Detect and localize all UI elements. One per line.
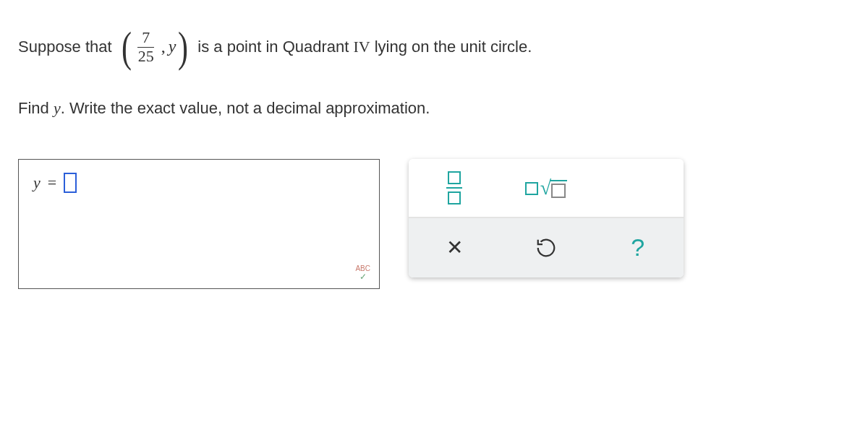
sqrt-tool[interactable]: √ — [501, 159, 592, 217]
y-variable: y — [169, 31, 176, 62]
close-icon: ✕ — [446, 236, 463, 259]
text-suffix-b: lying on the unit circle. — [375, 33, 532, 61]
problem-line-1: Suppose that ( 7 25 , y ) is a point in … — [18, 22, 850, 72]
reset-icon — [535, 237, 557, 259]
tool-row-actions: ✕ ? — [409, 218, 684, 277]
answer-input[interactable] — [64, 173, 77, 193]
paren-right-icon: ) — [178, 25, 188, 69]
fraction-tool[interactable] — [409, 159, 501, 217]
reset-button[interactable] — [501, 218, 592, 277]
answer-box[interactable]: y = ABC ✓ — [18, 159, 380, 289]
answer-lhs: y — [33, 173, 41, 192]
paren-content: 7 25 , y — [134, 29, 176, 64]
tool-row-templates: √ — [409, 159, 684, 218]
fraction-icon — [446, 171, 462, 204]
paren-left-icon: ( — [122, 25, 132, 69]
check-icon: ✓ — [355, 272, 370, 282]
spellcheck-indicator[interactable]: ABC ✓ — [355, 264, 370, 282]
work-area: y = ABC ✓ √ — [18, 159, 850, 289]
comma: , — [161, 31, 166, 62]
text-suffix-a: is a point in Quadrant — [197, 33, 349, 61]
equals-sign: = — [48, 173, 56, 192]
text-find: Find — [18, 99, 49, 117]
fraction-numerator: 7 — [137, 29, 154, 47]
help-button[interactable]: ? — [592, 218, 684, 277]
ordered-pair: ( 7 25 , y ) — [116, 22, 194, 72]
problem-line-2: Find y. Write the exact value, not a dec… — [18, 94, 850, 123]
clear-button[interactable]: ✕ — [409, 218, 501, 277]
fraction: 7 25 — [134, 29, 158, 64]
answer-equation: y = — [33, 173, 365, 193]
text-prefix: Suppose that — [18, 33, 112, 61]
tool-spacer — [592, 159, 684, 217]
math-toolbox: √ ✕ ? — [409, 159, 684, 277]
help-icon: ? — [631, 233, 644, 262]
fraction-denominator: 25 — [134, 48, 158, 65]
y-variable-2: y — [54, 99, 61, 117]
problem-statement: Suppose that ( 7 25 , y ) is a point in … — [18, 22, 850, 123]
sqrt-icon: √ — [525, 178, 567, 198]
text-instruction: . Write the exact value, not a decimal a… — [61, 99, 430, 117]
quadrant-numeral: IV — [353, 33, 370, 61]
